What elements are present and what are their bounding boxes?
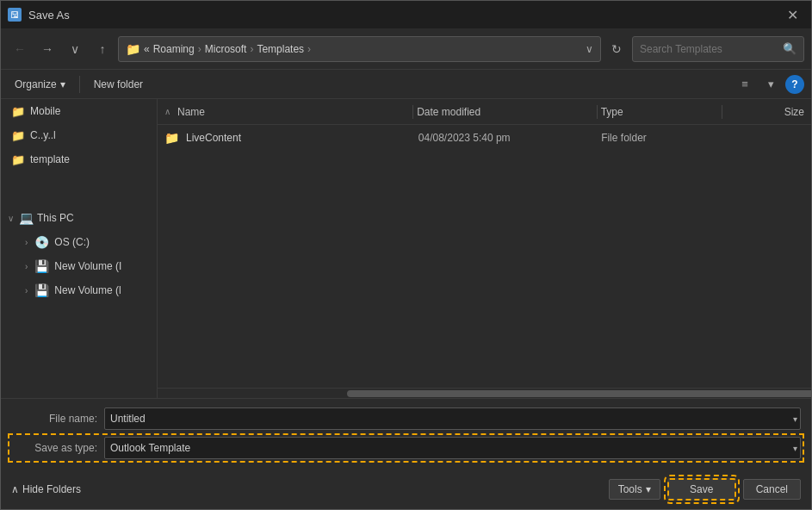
file-name-row: File name: ▾: [11, 407, 801, 430]
organize-arrow: ▾: [60, 78, 65, 90]
file-list-header: ∧ Name Date modified Type Size: [158, 99, 811, 125]
expand-icon: ∨: [8, 214, 14, 223]
content-area: 📁 Mobile 📁 C..y..l 📁 template ∨ 💻 This P…: [1, 99, 811, 398]
organize-label: Organize: [15, 78, 57, 90]
file-name-text: LiveContent: [186, 132, 241, 144]
search-input[interactable]: [640, 43, 778, 55]
sidebar-this-pc[interactable]: ∨ 💻 This PC: [1, 206, 157, 230]
table-row[interactable]: 📁 LiveContent 04/08/2023 5:40 pm File fo…: [158, 125, 811, 151]
back-button[interactable]: ←: [8, 37, 32, 61]
file-date: 04/08/2023 5:40 pm: [418, 132, 601, 144]
nav-bar: ← → ∨ ↑ 📁 « Roaming › Microsoft › Templa…: [1, 28, 811, 70]
save-button[interactable]: Save: [667, 478, 736, 501]
close-button[interactable]: ✕: [780, 3, 804, 27]
new-folder-label: New folder: [94, 78, 143, 90]
drive-icon-new2: 💾: [34, 283, 49, 297]
col-separator3: [722, 105, 722, 119]
breadcrumb-folder-icon: 📁: [126, 42, 140, 56]
sidebar-item-template[interactable]: 📁 template: [1, 147, 157, 171]
folder-icon: 📁: [11, 105, 25, 118]
dropdown-button[interactable]: ∨: [63, 37, 87, 61]
file-type: File folder: [601, 132, 723, 144]
col-header-name[interactable]: ∧ Name: [164, 106, 409, 118]
refresh-icon: ↻: [611, 42, 622, 56]
breadcrumb[interactable]: 📁 « Roaming › Microsoft › Templates › ∨: [118, 36, 601, 62]
col-separator2: [597, 105, 598, 119]
tools-button[interactable]: Tools ▾: [609, 479, 660, 500]
dialog-title: Save As: [28, 9, 70, 22]
horizontal-scrollbar[interactable]: [158, 388, 811, 398]
file-folder-icon: 📁: [164, 131, 179, 145]
breadcrumb-sep3: ›: [307, 43, 311, 55]
breadcrumb-dropdown-icon[interactable]: ∨: [586, 43, 593, 55]
col-header-date[interactable]: Date modified: [417, 106, 593, 118]
toolbar-separator: [79, 76, 80, 93]
view-dropdown-icon: ▾: [768, 78, 774, 90]
file-name-input[interactable]: [104, 407, 801, 430]
sidebar-item-osc[interactable]: › 💿 OS (C:): [1, 230, 157, 254]
col-header-size[interactable]: Size: [726, 106, 804, 118]
view-dropdown-button[interactable]: ▾: [759, 73, 782, 96]
tools-arrow-icon: ▾: [646, 483, 651, 495]
organize-button[interactable]: Organize ▾: [8, 76, 72, 93]
hide-folders-button[interactable]: ∧ Hide Folders: [11, 483, 81, 495]
sort-arrow-icon: ∧: [164, 107, 170, 116]
folder-icon: 📁: [11, 153, 25, 166]
folder-icon: 📁: [11, 129, 25, 142]
save-as-dialog: 🖫 Save As ✕ ← → ∨ ↑ 📁 « Roaming › Micros…: [0, 0, 812, 510]
scrollbar-thumb: [347, 390, 811, 397]
breadcrumb-sep2: ›: [250, 43, 253, 55]
help-button[interactable]: ?: [785, 75, 804, 94]
breadcrumb-roaming[interactable]: Roaming: [153, 43, 195, 55]
footer: ∧ Hide Folders Tools ▾ Save Cancel: [1, 473, 811, 509]
view-icon: ≡: [741, 78, 748, 90]
file-list: ∧ Name Date modified Type Size 📁 LiveCon…: [158, 99, 811, 388]
forward-icon: →: [41, 42, 53, 56]
drive-icon-c: 💿: [34, 235, 49, 249]
new-folder-button[interactable]: New folder: [87, 76, 150, 93]
footer-right: Tools ▾ Save Cancel: [609, 478, 801, 501]
save-type-input[interactable]: [104, 437, 801, 459]
breadcrumb-microsoft[interactable]: Microsoft: [205, 43, 247, 55]
search-icon: 🔍: [783, 42, 797, 55]
hide-folders-label: Hide Folders: [22, 483, 81, 495]
hide-folders-icon: ∧: [11, 483, 19, 495]
expand-icon-nv2: ›: [25, 286, 28, 295]
dropdown-icon: ∨: [71, 42, 79, 56]
breadcrumb-sep1: ›: [198, 43, 201, 55]
toolbar-right: ≡ ▾ ?: [734, 73, 804, 96]
view-button[interactable]: ≡: [734, 73, 756, 96]
forward-button[interactable]: →: [35, 37, 59, 61]
file-name-cell: 📁 LiveContent: [164, 131, 418, 145]
breadcrumb-start: «: [144, 43, 150, 55]
file-name-label: File name:: [11, 413, 97, 425]
tools-label: Tools: [618, 483, 642, 495]
col-header-type[interactable]: Type: [601, 106, 718, 118]
breadcrumb-templates[interactable]: Templates: [257, 43, 304, 55]
drive-icon-new: 💾: [34, 259, 49, 273]
title-bar-left: 🖫 Save As: [8, 8, 70, 22]
back-icon: ←: [14, 42, 26, 56]
expand-icon-nv: ›: [25, 262, 28, 271]
up-icon: ↑: [100, 42, 106, 56]
sidebar-item-new-volume2[interactable]: › 💾 New Volume (l: [1, 278, 157, 302]
sidebar-item-mobile[interactable]: 📁 Mobile: [1, 99, 157, 123]
up-button[interactable]: ↑: [90, 37, 115, 61]
sidebar-item-cyl[interactable]: 📁 C..y..l: [1, 123, 157, 147]
sidebar-item-new-volume[interactable]: › 💾 New Volume (I: [1, 254, 157, 278]
search-box: 🔍: [632, 36, 804, 62]
this-pc-icon: 💻: [19, 211, 34, 225]
sidebar: 📁 Mobile 📁 C..y..l 📁 template ∨ 💻 This P…: [1, 99, 158, 398]
title-icon: 🖫: [8, 8, 22, 22]
toolbar: Organize ▾ New folder ≡ ▾ ?: [1, 70, 811, 99]
save-type-label: Save as type:: [11, 442, 97, 454]
cancel-button[interactable]: Cancel: [743, 479, 801, 500]
file-name-wrapper: ▾: [104, 407, 801, 430]
title-bar: 🖫 Save As ✕: [1, 1, 811, 28]
col-separator: [412, 105, 413, 119]
refresh-button[interactable]: ↻: [604, 37, 629, 61]
bottom-form: File name: ▾ Save as type: ▾: [1, 398, 811, 473]
expand-icon-osc: ›: [25, 238, 28, 247]
save-type-row: Save as type: ▾: [11, 437, 801, 459]
save-type-wrapper: ▾: [104, 437, 801, 459]
